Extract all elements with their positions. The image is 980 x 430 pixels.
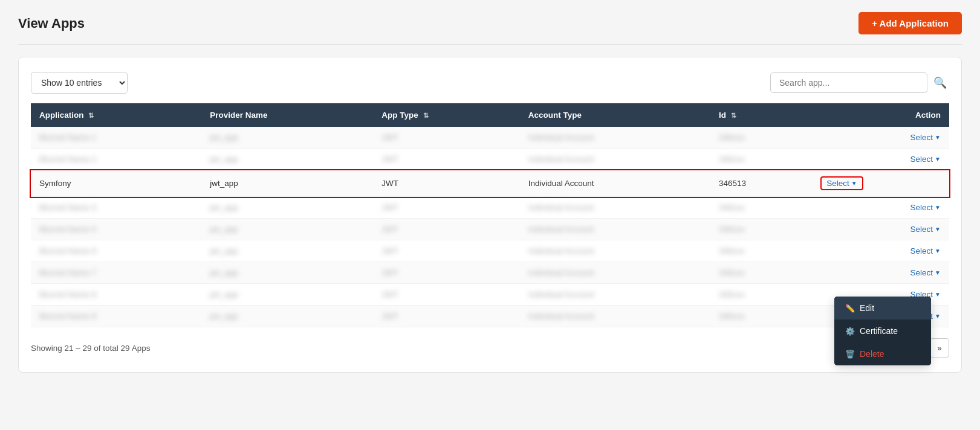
- pagination-next[interactable]: »: [930, 338, 949, 358]
- col-application: Application ⇅: [31, 103, 201, 127]
- cell-app-type: JWT: [373, 170, 519, 197]
- cell-action: Select ▼: [812, 197, 949, 219]
- delete-label: Delete: [860, 349, 884, 359]
- cell-provider: jwt_app: [201, 170, 373, 197]
- edit-label: Edit: [860, 303, 874, 313]
- cell-action: Select ▼: [812, 170, 949, 197]
- table-footer: Showing 21 – 29 of total 29 Apps « 2 3 »: [31, 338, 949, 358]
- cell-id: 346xxx: [710, 127, 812, 149]
- search-input[interactable]: [770, 72, 927, 93]
- table-row: Blurred Name 2jwt_appJWTIndividual Accou…: [31, 149, 949, 170]
- cell-provider: jwt_app: [201, 127, 373, 149]
- select-button[interactable]: Select ▼: [910, 155, 941, 164]
- cell-application: Blurred Name 6: [31, 240, 201, 262]
- cell-action: Select ▼: [812, 240, 949, 262]
- search-box: 🔍: [770, 72, 949, 93]
- select-button[interactable]: Select ▼: [910, 246, 941, 255]
- page-title: View Apps: [18, 16, 85, 31]
- cell-action: Select ▼: [812, 149, 949, 170]
- cell-account-type: Individual Account: [520, 240, 710, 262]
- table-row: Blurred Name 7jwt_appJWTIndividual Accou…: [31, 262, 949, 284]
- cell-id: 346xxx: [710, 240, 812, 262]
- cell-account-type: Individual Account: [520, 306, 710, 327]
- col-provider-name: Provider Name: [201, 103, 373, 127]
- cell-provider: jwt_app: [201, 149, 373, 170]
- cell-application: Blurred Name 7: [31, 262, 201, 284]
- action-dropdown-menu: ✏️ Edit ⚙️ Certificate 🗑️ Delete: [834, 297, 931, 365]
- dropdown-certificate-item[interactable]: ⚙️ Certificate: [834, 319, 931, 342]
- sort-icon-id: ⇅: [731, 112, 736, 119]
- cell-application: Blurred Name 1: [31, 127, 201, 149]
- cell-app-type: JWT: [373, 127, 519, 149]
- dropdown-edit-item[interactable]: ✏️ Edit: [834, 297, 931, 319]
- cell-action: Select ▼: [812, 219, 949, 240]
- cell-app-type: JWT: [373, 149, 519, 170]
- cell-provider: jwt_app: [201, 219, 373, 240]
- delete-icon: 🗑️: [845, 350, 855, 359]
- cell-account-type: Individual Account: [520, 127, 710, 149]
- select-button[interactable]: Select ▼: [910, 203, 941, 212]
- showing-text: Showing 21 – 29 of total 29 Apps: [31, 344, 150, 353]
- table-header-row: Application ⇅ Provider Name App Type ⇅ A…: [31, 103, 949, 127]
- col-id: Id ⇅: [710, 103, 812, 127]
- cell-id: 346xxx: [710, 284, 812, 306]
- cell-id: 346513: [710, 170, 812, 197]
- col-account-type: Account Type: [520, 103, 710, 127]
- cell-app-type: JWT: [373, 262, 519, 284]
- cell-provider: jwt_app: [201, 197, 373, 219]
- cell-account-type: Individual Account: [520, 262, 710, 284]
- cell-action: Select ▼: [812, 262, 949, 284]
- cell-application: Blurred Name 8: [31, 284, 201, 306]
- select-button-active[interactable]: Select ▼: [820, 176, 863, 190]
- cell-account-type: Individual Account: [520, 197, 710, 219]
- cell-app-type: JWT: [373, 240, 519, 262]
- sort-icon-application: ⇅: [88, 112, 94, 119]
- table-row: Blurred Name 9jwt_appJWTIndividual Accou…: [31, 306, 949, 327]
- cell-provider: jwt_app: [201, 284, 373, 306]
- cell-provider: jwt_app: [201, 262, 373, 284]
- cell-id: 346xxx: [710, 219, 812, 240]
- cell-application: Blurred Name 9: [31, 306, 201, 327]
- cell-action: Select ▼: [812, 127, 949, 149]
- cell-id: 346xxx: [710, 197, 812, 219]
- select-button[interactable]: Select ▼: [910, 133, 941, 142]
- page-header: View Apps + Add Application: [18, 12, 962, 45]
- cell-application: Blurred Name 4: [31, 197, 201, 219]
- select-button[interactable]: Select ▼: [910, 225, 941, 234]
- cell-application: Blurred Name 2: [31, 149, 201, 170]
- cell-id: 346xxx: [710, 262, 812, 284]
- cell-account-type: Individual Account: [520, 284, 710, 306]
- select-button[interactable]: Select ▼: [910, 268, 941, 277]
- sort-icon-app-type: ⇅: [423, 112, 429, 119]
- cell-id: 346xxx: [710, 149, 812, 170]
- apps-table: Application ⇅ Provider Name App Type ⇅ A…: [31, 103, 949, 327]
- table-controls: Show 10 entries Show 25 entries Show 50 …: [31, 72, 949, 94]
- main-card: Show 10 entries Show 25 entries Show 50 …: [18, 57, 962, 373]
- show-entries-select[interactable]: Show 10 entries Show 25 entries Show 50 …: [31, 72, 128, 94]
- cell-provider: jwt_app: [201, 240, 373, 262]
- cell-application: Symfony: [31, 170, 201, 197]
- cell-app-type: JWT: [373, 306, 519, 327]
- cell-account-type: Individual Account: [520, 170, 710, 197]
- edit-icon: ✏️: [845, 304, 855, 313]
- col-action: Action: [812, 103, 949, 127]
- table-row: Symfonyjwt_appJWTIndividual Account34651…: [31, 170, 949, 197]
- table-row: Blurred Name 4jwt_appJWTIndividual Accou…: [31, 197, 949, 219]
- cell-id: 346xxx: [710, 306, 812, 327]
- cell-app-type: JWT: [373, 284, 519, 306]
- add-application-button[interactable]: + Add Application: [858, 12, 962, 34]
- certificate-label: Certificate: [860, 326, 898, 336]
- table-row: Blurred Name 8jwt_appJWTIndividual Accou…: [31, 284, 949, 306]
- cell-app-type: JWT: [373, 219, 519, 240]
- cell-app-type: JWT: [373, 197, 519, 219]
- table-row: Blurred Name 6jwt_appJWTIndividual Accou…: [31, 240, 949, 262]
- cell-provider: jwt_app: [201, 306, 373, 327]
- table-row: Blurred Name 5jwt_appJWTIndividual Accou…: [31, 219, 949, 240]
- table-row: Blurred Name 1jwt_appJWTIndividual Accou…: [31, 127, 949, 149]
- cell-application: Blurred Name 5: [31, 219, 201, 240]
- search-button[interactable]: 🔍: [931, 74, 949, 92]
- cell-account-type: Individual Account: [520, 219, 710, 240]
- col-app-type: App Type ⇅: [373, 103, 519, 127]
- certificate-icon: ⚙️: [845, 327, 855, 336]
- dropdown-delete-item[interactable]: 🗑️ Delete: [834, 342, 931, 365]
